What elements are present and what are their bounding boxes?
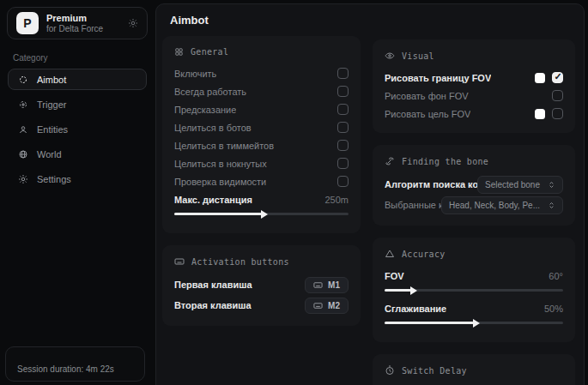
sidebar-item-label: World	[37, 149, 62, 159]
keybind-button-m1[interactable]: M1	[305, 277, 349, 293]
keybind-label: Первая клавиша	[174, 280, 252, 290]
checkbox[interactable]	[552, 72, 563, 83]
sidebar-item-aimbot[interactable]: Aimbot	[8, 69, 147, 90]
bone-algorithm-select[interactable]: Selected bone	[477, 176, 563, 194]
checkbox[interactable]	[552, 90, 563, 101]
keybind-value: M2	[328, 301, 340, 310]
section-title: Visual	[402, 51, 434, 61]
slider-value: 250m	[324, 195, 349, 205]
app-logo: P	[16, 12, 39, 34]
checkbox[interactable]	[337, 104, 349, 115]
toggle-row: Целиться в тиммейтов	[174, 136, 349, 154]
sidebar-item-settings[interactable]: Settings	[8, 168, 147, 189]
general-card: General Включить Всегда работать Предска…	[162, 36, 361, 233]
bone-row: Алгоритм поиска кост Selected bone	[385, 174, 563, 195]
slider-label: Макс. дистанция	[174, 195, 252, 205]
toggle-row: Целиться в нокнутых	[174, 154, 349, 172]
sidebar: P Premium for Delta Force Category Aimbo…	[0, 0, 155, 385]
sidebar-item-world[interactable]: World	[8, 143, 147, 165]
slider-thumb[interactable]	[261, 210, 268, 219]
checkbox[interactable]	[337, 158, 349, 169]
visual-label: Рисовать фон FOV	[385, 91, 469, 101]
app-title: Premium	[46, 13, 120, 24]
switch-delay-card: Switch Delay Задержка переключения Задер…	[373, 354, 575, 385]
slider-value: 50%	[544, 304, 563, 314]
color-swatch[interactable]	[535, 73, 545, 83]
visual-row: Рисовать границу FOV	[385, 69, 563, 87]
slider-label: Сглаживание	[385, 304, 446, 314]
sidebar-item-label: Aimbot	[37, 75, 66, 85]
sidebar-item-trigger[interactable]: Trigger	[8, 93, 147, 115]
sidebar-item-label: Trigger	[37, 99, 66, 110]
smoothing-slider[interactable]	[385, 322, 563, 324]
toggle-label: Целиться в ботов	[174, 123, 252, 133]
visual-label: Рисовать границу FOV	[385, 73, 491, 83]
bone-card: Finding the bone Алгоритм поиска кост Se…	[373, 145, 575, 226]
dropdown-value: Selected bone	[485, 180, 540, 189]
color-swatch[interactable]	[535, 109, 545, 119]
entities-icon	[18, 124, 28, 135]
checkbox[interactable]	[337, 122, 349, 133]
sidebar-item-label: Settings	[37, 174, 71, 184]
section-title: General	[191, 47, 228, 57]
bone-label: Выбранные кос	[385, 200, 441, 210]
visual-label: Рисовать цель FOV	[385, 109, 470, 119]
toggle-row: Проверка видимости	[174, 172, 349, 190]
visual-row: Рисовать цель FOV	[385, 105, 563, 123]
main-panel: Aimbot General Включить Всегда работать	[155, 3, 585, 385]
toggle-label: Предсказание	[174, 105, 236, 115]
keyboard-icon	[313, 301, 323, 310]
grid-icon	[174, 47, 184, 57]
toggle-label: Включить	[174, 69, 216, 79]
sidebar-item-entities[interactable]: Entities	[8, 118, 147, 140]
crosshair-icon	[18, 75, 28, 85]
selected-bones-select[interactable]: Head, Neck, Body, Pe...	[441, 196, 563, 214]
toggle-label: Всегда работать	[174, 87, 246, 97]
toggle-row: Целиться в ботов	[174, 118, 349, 136]
gear-icon[interactable]	[128, 18, 138, 28]
toggle-label: Целиться в нокнутых	[174, 159, 267, 169]
max-distance-slider[interactable]	[174, 213, 349, 215]
toggle-row: Всегда работать	[174, 82, 349, 100]
checkbox[interactable]	[337, 68, 349, 79]
app-subtitle: for Delta Force	[46, 24, 120, 34]
session-duration-text: Session duration: 4m 22s	[17, 364, 114, 374]
keybind-row: Первая клавиша M1	[174, 274, 349, 295]
section-title: Accuracy	[402, 250, 446, 259]
globe-icon	[18, 149, 28, 159]
checkbox[interactable]	[337, 176, 349, 187]
sidebar-nav: Aimbot Trigger Entities World Settings	[0, 69, 155, 189]
keybind-button-m2[interactable]: M2	[305, 298, 349, 314]
slider-value: 60°	[549, 271, 563, 281]
fov-slider[interactable]	[385, 289, 563, 292]
slider-thumb[interactable]	[473, 319, 480, 328]
keyboard-icon	[313, 280, 323, 290]
section-title: Switch Delay	[402, 366, 467, 376]
toggle-label: Проверка видимости	[174, 177, 266, 187]
slider-thumb[interactable]	[410, 286, 417, 295]
checkbox[interactable]	[337, 140, 349, 151]
timer-icon	[385, 365, 395, 376]
eye-icon	[385, 51, 395, 61]
slider-row: Макс. дистанция 250m	[174, 190, 349, 208]
keybind-label: Вторая клавиша	[174, 300, 252, 310]
toggle-row: Включить	[174, 64, 349, 82]
gear-icon	[18, 174, 28, 184]
checkbox[interactable]	[552, 108, 563, 119]
keybind-value: M1	[328, 280, 340, 290]
keyboard-icon	[174, 256, 185, 267]
section-title: Finding the bone	[402, 157, 488, 166]
bone-label: Алгоритм поиска кост	[385, 179, 477, 189]
triangle-icon	[385, 249, 395, 259]
visual-row: Рисовать фон FOV	[385, 87, 563, 105]
chevron-up-down-icon	[548, 202, 555, 209]
slider-row: FOV 60°	[385, 267, 563, 285]
chevron-up-down-icon	[548, 181, 555, 189]
toggle-row: Предсказание	[174, 100, 349, 118]
checkbox[interactable]	[337, 86, 349, 97]
app-header: P Premium for Delta Force	[7, 7, 148, 39]
trigger-icon	[18, 99, 28, 110]
bone-icon	[385, 156, 395, 166]
accuracy-card: Accuracy FOV 60° Сглаживание 50%	[373, 238, 575, 342]
activation-card: Activation buttons Первая клавиша M1 Вто…	[162, 245, 361, 326]
